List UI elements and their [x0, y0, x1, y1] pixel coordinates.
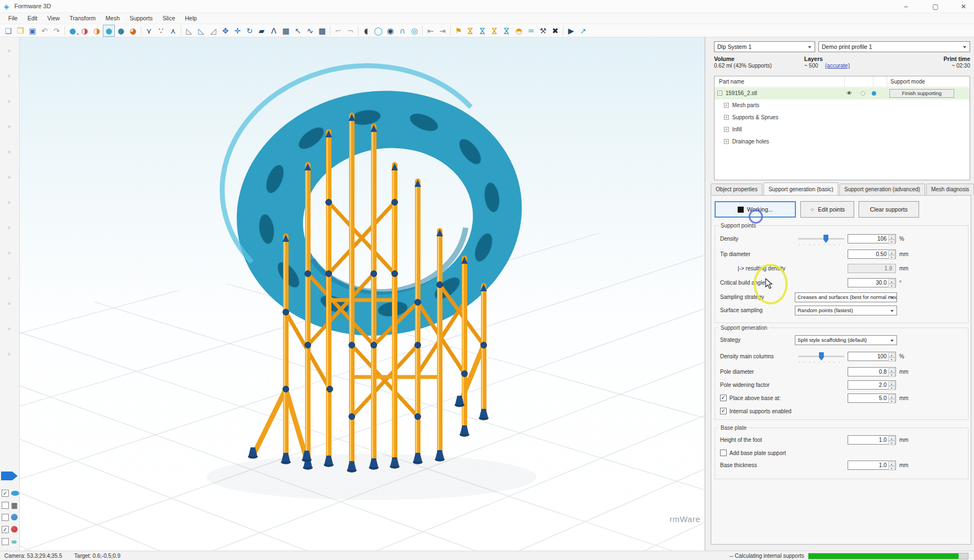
selection-dot-icon[interactable] [872, 91, 876, 96]
flag-icon[interactable]: ⚑ [452, 25, 464, 37]
slice-b-icon[interactable]: ⋈ [477, 25, 489, 37]
sampling-strategy-dropdown[interactable]: Creases and surfaces (best for normal mo… [795, 292, 897, 302]
place-above-base-spinner[interactable]: ▴▾ [888, 395, 895, 402]
density-input[interactable]: 106 ▴▾ [848, 234, 896, 243]
menu-mesh[interactable]: Mesh [101, 13, 125, 24]
place-above-base-input[interactable]: 5.0 ▴▾ [848, 393, 896, 403]
maximize-button[interactable]: ▢ [925, 0, 947, 13]
density-columns-slider[interactable] [798, 352, 844, 361]
open-file-icon[interactable]: ❒ [14, 25, 26, 37]
pole-diameter-spinner[interactable]: ▴▾ [888, 368, 895, 375]
arch-icon[interactable]: ∩ [396, 25, 408, 37]
center-icon[interactable]: ✛ [231, 25, 244, 37]
flatten-c-icon[interactable]: ◿ [207, 25, 219, 37]
foot-height-input[interactable]: 1.0 ▴▾ [848, 435, 896, 445]
save-icon[interactable]: ▣ [26, 25, 38, 37]
expand-icon[interactable]: + [724, 115, 729, 120]
flatten-a-icon[interactable]: ◺ [183, 25, 195, 37]
base-thickness-input[interactable]: 1.0 ▴▾ [848, 461, 896, 470]
ring-icon[interactable]: ◎ [408, 25, 420, 37]
flatten-b-icon[interactable]: ◺ [195, 25, 207, 37]
toggle-build-platform-checkbox[interactable]: ✓ [2, 490, 9, 497]
align-right-icon[interactable]: ⇥ [436, 25, 449, 37]
expand-icon[interactable]: + [724, 103, 729, 108]
finish-supporting-button[interactable]: Finish supporting [889, 89, 954, 98]
frame-a-icon[interactable]: ⌐ [332, 25, 344, 37]
machine-dropdown[interactable]: Dlp System 1 [714, 41, 815, 52]
status-dot-icon[interactable] [861, 91, 865, 96]
shade-active-icon[interactable]: ● [103, 25, 115, 37]
density-spinner[interactable]: ▴▾ [888, 235, 895, 242]
toggle-supports-visibility-checkbox[interactable]: ✓ [2, 526, 9, 533]
critical-angle-spinner[interactable]: ▴▾ [888, 279, 895, 286]
density-columns-input[interactable]: 100 ▴▾ [848, 352, 896, 361]
3d-viewport[interactable]: rmWare [20, 37, 705, 551]
shade-red-icon[interactable]: ◑ [79, 25, 91, 37]
shade-teal-icon[interactable]: ● [115, 25, 127, 37]
tree-row-drainage-holes[interactable]: +Drainage holes [715, 136, 970, 148]
tab-object-properties[interactable]: Object properties [711, 184, 762, 195]
start-print-icon[interactable]: ▶ [565, 25, 577, 37]
density-slider[interactable] [798, 235, 844, 243]
tip-diameter-input[interactable]: 0.50 ▴▾ [848, 249, 896, 259]
menu-edit[interactable]: Edit [23, 13, 42, 24]
menu-transform[interactable]: Transform [65, 13, 101, 24]
menu-help[interactable]: Help [180, 13, 202, 24]
move-icon[interactable]: ✥ [219, 25, 231, 37]
pole-widening-input[interactable]: 2.0 ▴▾ [848, 380, 896, 390]
tip-diameter-spinner[interactable]: ▴▾ [888, 251, 895, 258]
shade-orange-icon[interactable]: ◑ [91, 25, 103, 37]
array-icon[interactable]: ▰ [256, 25, 268, 37]
toggle-model-visibility-checkbox[interactable] [2, 514, 9, 521]
slice-a-icon[interactable]: ⋈ [464, 25, 477, 37]
pattern-icon[interactable]: ▩ [316, 25, 328, 37]
print-profile-dropdown[interactable]: Demo print profile 1 [818, 41, 970, 52]
magnet-icon[interactable]: ∿ [304, 25, 316, 37]
add-base-plate-checkbox[interactable] [720, 450, 727, 456]
undo-icon[interactable]: ↶ [38, 25, 51, 37]
grid-array-icon[interactable]: ▦ [280, 25, 292, 37]
view-sphere-icon[interactable]: ●▾ [67, 25, 79, 37]
minimize-button[interactable]: – [895, 0, 917, 13]
export-icon[interactable]: ➚ [577, 25, 589, 37]
layers-accurate-link[interactable]: (accurate) [825, 63, 850, 69]
strategy-dropdown[interactable]: Split style scaffolding (default) [795, 335, 897, 345]
place-above-base-checkbox[interactable]: ✓ [720, 395, 727, 401]
mirror-icon[interactable]: Λ [268, 25, 280, 37]
menu-slice[interactable]: Slice [158, 13, 180, 24]
tree-row-supports-sprues[interactable]: +Supports & Sprues [715, 112, 970, 124]
slice-c-icon[interactable]: ⋈ [489, 25, 501, 37]
tab-mesh-diagnosis[interactable]: Mesh diagnosis [926, 184, 974, 195]
align-left-icon[interactable]: ⇤ [424, 25, 436, 37]
shell-icon[interactable]: ◯ [372, 25, 384, 37]
tab-support-generation-advanced[interactable]: Support generation (advanced) [839, 184, 925, 195]
tree-row-infill[interactable]: +Infill [715, 124, 970, 136]
layers-icon[interactable]: = [525, 25, 537, 37]
menu-file[interactable]: File [3, 13, 23, 24]
clear-supports-button[interactable]: Clear supports [859, 201, 919, 218]
solid-icon[interactable]: ◉ [384, 25, 396, 37]
frame-b-icon[interactable]: ¬ [344, 25, 356, 37]
measure-icon[interactable]: ↖ [292, 25, 304, 37]
density-columns-spinner[interactable]: ▴▾ [888, 353, 895, 360]
hollow-icon[interactable]: ◖ [360, 25, 372, 37]
pole-diameter-input[interactable]: 0.8 ▴▾ [848, 367, 896, 376]
tool-icon[interactable]: ⚒ [537, 25, 549, 37]
dome-icon[interactable]: ◓ [513, 25, 525, 37]
cut-icon[interactable]: ✖ [549, 25, 561, 37]
close-button[interactable]: ✕ [953, 0, 974, 13]
edit-points-button[interactable]: ⁘ Edit points [800, 201, 854, 218]
visibility-eye-icon[interactable]: 👁 [846, 90, 852, 96]
rotate-icon[interactable]: ↻ [244, 25, 256, 37]
support-points-edit-icon[interactable]: ⋏ [167, 25, 179, 37]
surface-sampling-dropdown[interactable]: Random points (fastest) [795, 306, 897, 315]
base-thickness-spinner[interactable]: ▴▾ [888, 462, 895, 469]
toggle-grid-checkbox[interactable] [2, 502, 9, 509]
menu-supports[interactable]: Supports [125, 13, 158, 24]
support-points-auto-icon[interactable]: ∵ [155, 25, 167, 37]
toggle-inspection-checkbox[interactable] [2, 538, 9, 545]
new-file-icon[interactable]: ❏ [2, 25, 14, 37]
tree-row-mesh-parts[interactable]: +Mesh parts [715, 100, 970, 112]
expand-icon[interactable]: + [724, 127, 729, 132]
tree-row-root[interactable]: − 159156_2.stl 👁 Finish supporting [715, 88, 970, 99]
